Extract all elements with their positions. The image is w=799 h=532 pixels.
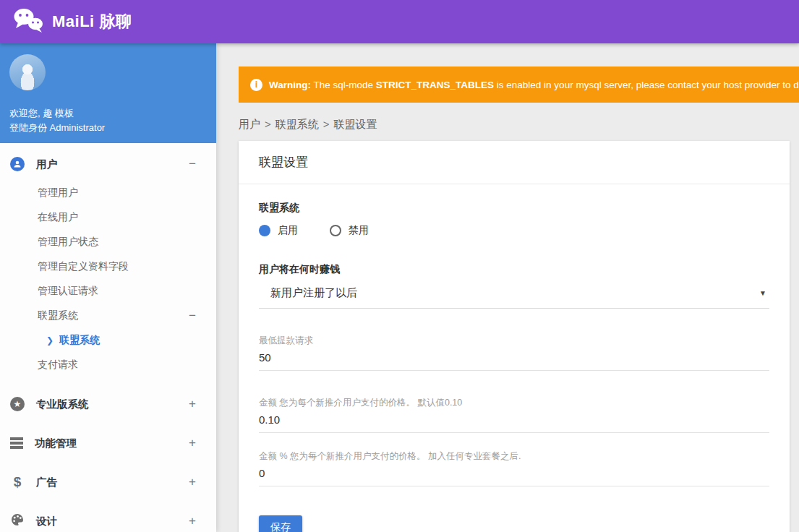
radio-enable[interactable] [259, 225, 270, 236]
warning-label: Warning: [269, 80, 311, 90]
main-content: i Warning: The sql-mode STRICT_TRANS_TAB… [216, 43, 799, 532]
breadcrumb-affiliate-settings: 联盟设置 [334, 118, 377, 130]
min-withdrawal-group: 最低提款请求 [259, 335, 769, 371]
sidebar-item-feature-management[interactable]: 功能管理 + [0, 424, 216, 463]
expand-plus-icon[interactable]: + [189, 514, 196, 528]
breadcrumb-separator: > [323, 118, 330, 130]
warning-banner: i Warning: The sql-mode STRICT_TRANS_TAB… [239, 66, 799, 103]
user-avatar[interactable] [9, 54, 46, 90]
sidebar-item-users[interactable]: 用户 − [0, 147, 216, 181]
affiliate-system-radio-group: 联盟系统 启用 禁用 [259, 202, 769, 237]
referral-percent-input[interactable] [259, 463, 769, 486]
sidebar-item-label: 联盟系统 [38, 309, 78, 322]
save-button[interactable]: 保存 [259, 515, 302, 532]
sidebar-item-label: 联盟系统 [59, 334, 100, 347]
affiliate-settings-card: 联盟设置 联盟系统 启用 禁用 用户将在何时赚钱 新用户注册了以后 ▼ [239, 141, 790, 532]
star-icon: ★ [10, 397, 25, 411]
sidebar-item-affiliate-system-active[interactable]: ❯ 联盟系统 [0, 328, 216, 353]
breadcrumb-affiliate-system[interactable]: 联盟系统 [275, 118, 319, 130]
layers-icon [10, 437, 23, 449]
sidebar-item-payment-requests[interactable]: 支付请求 [0, 353, 216, 377]
chat-bubbles-logo-icon [12, 7, 45, 36]
radio-enable-label[interactable]: 启用 [278, 224, 298, 237]
sidebar-item-online-users[interactable]: 在线用户 [0, 205, 216, 230]
sidebar-item-verification-requests[interactable]: 管理认证请求 [0, 279, 216, 304]
sidebar-item-design[interactable]: 设计 + [0, 502, 216, 532]
chevron-right-icon: ❯ [46, 335, 54, 346]
brand-title: MaiLi 脉聊 [52, 11, 132, 33]
sidebar-item-ads[interactable]: $ 广告 + [0, 463, 216, 502]
collapse-minus-icon[interactable]: − [189, 157, 196, 171]
breadcrumb-separator: > [265, 118, 271, 130]
earn-time-label: 用户将在何时赚钱 [259, 263, 769, 276]
sidebar-item-user-status[interactable]: 管理用户状态 [0, 230, 216, 254]
sidebar-item-label: 管理认证请求 [38, 285, 98, 298]
earn-time-selected-value: 新用户注册了以后 [270, 286, 357, 300]
sidebar-item-label: 用户 [36, 158, 57, 171]
referral-amount-group: 金额 您为每个新推介用户支付的价格。 默认值0.10 [259, 397, 769, 433]
min-withdrawal-input[interactable] [259, 347, 769, 371]
sidebar-item-label: 设计 [36, 515, 57, 528]
welcome-text: 欢迎您, 趣 模板 [9, 106, 207, 121]
chevron-down-icon: ▼ [759, 289, 766, 297]
palette-icon [10, 512, 25, 530]
radio-disable[interactable] [330, 225, 341, 236]
expand-plus-icon[interactable]: + [189, 475, 196, 489]
min-withdrawal-label: 最低提款请求 [259, 335, 769, 347]
sidebar-item-affiliate-system[interactable]: 联盟系统 − [0, 304, 216, 328]
brand[interactable]: MaiLi 脉聊 [12, 7, 132, 36]
warning-text-rest: is enabled in your mysql server, please … [494, 80, 799, 90]
app-header: MaiLi 脉聊 [0, 0, 799, 43]
sidebar-item-label: 管理用户 [38, 186, 78, 200]
sidebar-item-label: 在线用户 [38, 211, 78, 224]
sidebar-item-label: 管理用户状态 [38, 236, 98, 249]
earn-time-select[interactable]: 新用户注册了以后 ▼ [259, 276, 769, 309]
earn-time-group: 用户将在何时赚钱 新用户注册了以后 ▼ [259, 263, 769, 309]
referral-percent-group: 金额 % 您为每个新推介用户支付的价格。 加入任何专业套餐之后. [259, 450, 769, 486]
sidebar-item-label: 管理自定义资料字段 [38, 260, 129, 273]
radio-disable-label[interactable]: 禁用 [349, 224, 369, 237]
breadcrumb-users[interactable]: 用户 [239, 118, 260, 130]
sidebar-item-pro-system[interactable]: ★ 专业版系统 + [0, 385, 216, 424]
user-panel: 欢迎您, 趣 模板 登陆身份 Administrator [0, 43, 216, 143]
sidebar-menu: 用户 − 管理用户 在线用户 管理用户状态 管理自定义资料字段 管理认证请求 联… [0, 143, 216, 532]
sidebar-item-label: 专业版系统 [36, 398, 89, 411]
info-icon: i [250, 79, 262, 91]
page-title: 联盟设置 [259, 154, 769, 171]
login-role-text: 登陆身份 Administrator [9, 121, 207, 135]
referral-amount-input[interactable] [259, 409, 769, 433]
sidebar-item-label: 功能管理 [35, 437, 77, 450]
sidebar-item-manage-users[interactable]: 管理用户 [0, 181, 216, 205]
referral-percent-label: 金额 % 您为每个新推介用户支付的价格。 加入任何专业套餐之后. [259, 450, 769, 463]
sidebar-item-label: 支付请求 [38, 359, 78, 372]
warning-sql-mode: STRICT_TRANS_TABLES [376, 80, 494, 90]
expand-plus-icon[interactable]: + [189, 436, 196, 450]
sidebar-item-custom-fields[interactable]: 管理自定义资料字段 [0, 254, 216, 279]
expand-plus-icon[interactable]: + [189, 397, 196, 411]
referral-amount-label: 金额 您为每个新推介用户支付的价格。 默认值0.10 [259, 397, 769, 409]
breadcrumb: 用户>联盟系统>联盟设置 [239, 118, 799, 132]
collapse-minus-icon[interactable]: − [189, 309, 196, 323]
sidebar-item-label: 广告 [36, 476, 57, 489]
sidebar: 欢迎您, 趣 模板 登陆身份 Administrator 用户 − 管理用户 在… [0, 43, 216, 532]
warning-text: The sql-mode [311, 80, 376, 90]
radio-group-label: 联盟系统 [259, 202, 769, 215]
user-icon [10, 157, 25, 171]
dollar-icon: $ [10, 474, 25, 490]
